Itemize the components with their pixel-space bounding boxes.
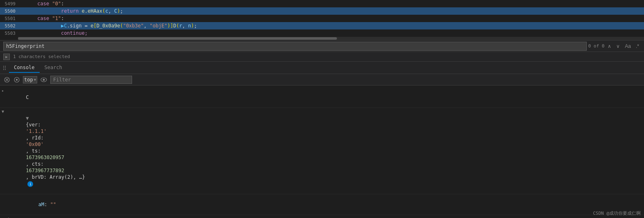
csdn-brand: CSDN @成功你要成仁啊 (593, 210, 641, 216)
line-number-5503: 5503 (2, 31, 20, 36)
console-row-main-obj: ▼ ▼ {ver: '1.1.1' , rId: '0x00' , ts: 16… (0, 108, 644, 194)
eye-btn[interactable] (40, 76, 48, 83)
search-count: 0 of 0 (588, 43, 605, 49)
level-dropdown[interactable]: top ▼ (23, 76, 37, 83)
line-number-5501: 5501 (2, 16, 20, 21)
selection-text: 1 characters selected (13, 54, 70, 59)
search-input[interactable] (3, 42, 587, 51)
svg-point-6 (43, 79, 45, 81)
code-area: 5499 case "0": 5500 return e.eHAax(c, C)… (0, 0, 644, 40)
row-content-main: ▼ {ver: '1.1.1' , rId: '0x00' , ts: 1673… (8, 108, 644, 193)
selection-handle[interactable]: ▶ (3, 54, 10, 60)
code-line-5502: 5502 ▶C.sign = e[D_0x0a9e("0xb3e", "objE… (0, 22, 644, 29)
selection-info-bar: ▶ 1 characters selected (0, 52, 644, 62)
panel-tabs: Console Search (0, 62, 644, 74)
tab-console[interactable]: Console (9, 63, 40, 73)
search-match-case-btn[interactable]: Aa (623, 43, 633, 50)
console-row-aM: aM: "" (0, 194, 644, 215)
panel-drag-handle[interactable] (3, 67, 6, 69)
code-scrollbar-thumb (18, 37, 337, 40)
search-next-btn[interactable]: ∨ (615, 43, 622, 50)
info-icon[interactable]: i (27, 181, 33, 187)
line-number-5502: 5502 (2, 23, 20, 29)
stop-btn[interactable] (13, 76, 20, 83)
row-icon-aM (8, 195, 15, 196)
svg-rect-4 (16, 79, 18, 81)
search-prev-btn[interactable]: ∧ (606, 43, 613, 50)
row-content-c: C (8, 88, 644, 107)
clear-console-btn[interactable] (3, 76, 11, 83)
expand-arrow-main[interactable]: ▼ (2, 108, 8, 114)
code-scrollbar[interactable] (18, 37, 644, 40)
console-output: ▸ C ▼ ▼ {ver: '1.1.1' , rId: '0x00' , ts… (0, 85, 644, 218)
tab-search[interactable]: Search (40, 63, 67, 73)
row-content-aM: aM: "" (15, 195, 644, 214)
console-row-aT: ▶ aT: (13) ['1212,63,INPUT,4376443', '12… (0, 215, 644, 218)
line-number-5500: 5500 (2, 9, 20, 14)
console-toolbar: top ▼ (0, 74, 644, 85)
console-row-c: ▸ C (0, 87, 644, 108)
expand-arrow-aT[interactable]: ▶ (8, 216, 15, 218)
code-line-5500: 5500 return e.eHAax(c, C); (0, 7, 644, 15)
row-icon-c: ▸ (2, 88, 8, 93)
console-filter-input[interactable] (50, 76, 132, 84)
search-regex-btn[interactable]: .* (634, 43, 641, 50)
row-content-aT: aT: (13) ['1212,63,INPUT,4376443', '1201… (15, 216, 644, 218)
search-bar: 0 of 0 ∧ ∨ Aa .* (0, 40, 644, 52)
line-number-5499: 5499 (2, 1, 20, 7)
